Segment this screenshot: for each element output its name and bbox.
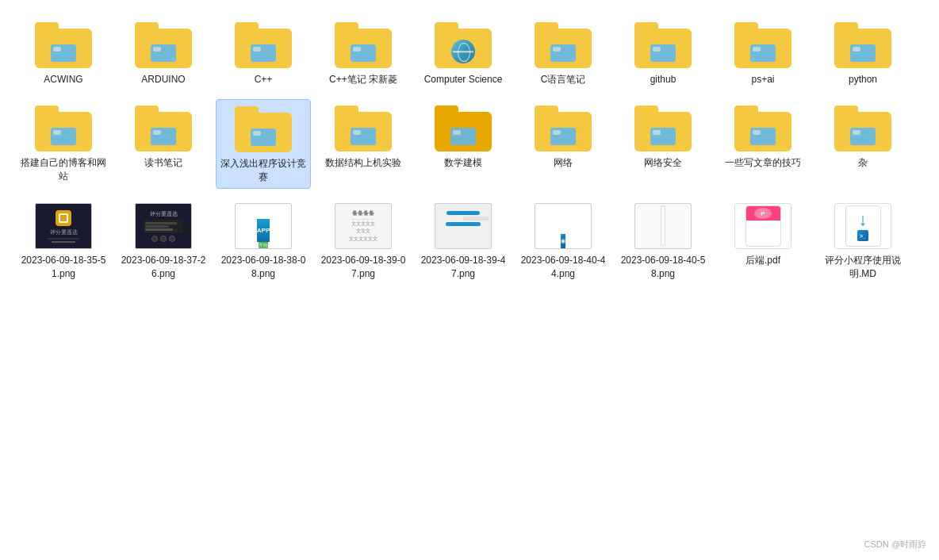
file-item-cpp[interactable]: C++ (216, 16, 311, 91)
file-icon-cpp (235, 22, 292, 68)
file-item-cpp-notes[interactable]: C++笔记 宋新菱 (316, 16, 411, 91)
file-label-ps-ai: ps+ai (751, 73, 774, 86)
file-label-img3: 2023-06-09-18-38-08.png (220, 254, 307, 281)
file-item-computer-science[interactable]: Computer Science (416, 16, 511, 91)
file-icon-computer-science (435, 22, 492, 68)
file-item-arduino[interactable]: ARDUINO (116, 16, 211, 91)
file-label-network-security: 网络安全 (644, 156, 682, 170)
file-item-acwing[interactable]: ACWING (16, 16, 111, 91)
file-label-arduino: ARDUINO (141, 73, 185, 86)
file-item-md1[interactable]: ↓ >_ 评分小程序使用说明.MD (815, 197, 910, 286)
file-icon-writing-skills (734, 105, 791, 152)
file-icon-network-security (634, 105, 692, 152)
file-item-c-notes[interactable]: C语言笔记 (515, 16, 611, 91)
file-icon-data-structure (335, 105, 392, 152)
file-grid: ACWING ARDUINO C++ C++笔记 宋新菱 Computer Sc… (16, 16, 923, 286)
file-item-math-model[interactable]: 数学建模 (416, 99, 511, 175)
file-label-acwing: ACWING (44, 73, 82, 86)
file-label-pdf1: 后端.pdf (745, 254, 780, 267)
file-icon-ps-ai (734, 22, 791, 68)
file-label-network: 网络 (554, 156, 573, 170)
file-item-img5[interactable]: 2023-06-09-18-39-47.png (416, 197, 511, 286)
file-label-programming-contest: 深入浅出程序设计竞赛 (220, 157, 307, 184)
file-item-read-notes[interactable]: 读书笔记 (116, 99, 211, 175)
file-icon-img6: ◉ (535, 203, 592, 249)
file-item-img6[interactable]: ◉ 2023-06-09-18-40-44.png (515, 197, 611, 286)
file-label-img4: 2023-06-09-18-39-07.png (320, 254, 407, 281)
file-icon-img7 (634, 203, 692, 249)
file-item-programming-contest[interactable]: 深入浅出程序设计竞赛 (216, 99, 311, 190)
file-item-blog[interactable]: 搭建自己的博客和网站 (16, 99, 111, 188)
file-icon-arduino (135, 22, 192, 68)
file-item-python[interactable]: python (815, 16, 910, 91)
file-icon-md1: ↓ >_ (834, 203, 891, 249)
file-icon-math-model (435, 105, 492, 152)
file-item-data-structure[interactable]: 数据结构上机实验 (316, 99, 411, 175)
file-label-read-notes: 读书笔记 (144, 156, 182, 170)
file-item-img4[interactable]: 备备备备 文文文文文 文文文 文文文文文文 2023-06-09-18-39-0… (316, 197, 411, 286)
file-item-img7[interactable]: 2023-06-09-18-40-58.png (615, 197, 711, 286)
file-icon-img4: 备备备备 文文文文文 文文文 文文文文文文 (335, 203, 392, 249)
file-label-md1: 评分小程序使用说明.MD (819, 254, 906, 281)
file-item-network-security[interactable]: 网络安全 (615, 99, 711, 175)
file-icon-python (834, 22, 891, 68)
file-label-computer-science: Computer Science (424, 73, 503, 86)
file-label-data-structure: 数据结构上机实验 (325, 156, 401, 170)
file-label-python: python (849, 73, 877, 86)
file-item-writing-skills[interactable]: 一些写文章的技巧 (715, 99, 811, 175)
file-item-misc[interactable]: 杂 (815, 99, 910, 175)
file-label-img6: 2023-06-09-18-40-44.png (519, 254, 607, 281)
file-item-img2[interactable]: 评分重遥选 2023-06-09-18-37-26.png (116, 197, 211, 286)
file-icon-pdf1: P (734, 203, 791, 249)
file-label-c-notes: C语言笔记 (541, 73, 586, 86)
file-icon-misc (834, 105, 891, 152)
file-label-misc: 杂 (858, 156, 868, 170)
file-item-ps-ai[interactable]: ps+ai (715, 16, 811, 91)
file-label-img1: 2023-06-09-18-35-51.png (20, 254, 107, 281)
file-icon-img2: 评分重遥选 (135, 203, 192, 249)
file-item-img1[interactable]: 评分重遥选 2023-06-09-18-35-51.png (16, 197, 111, 286)
file-icon-read-notes (135, 105, 192, 152)
file-icon-cpp-notes (335, 22, 392, 68)
file-item-pdf1[interactable]: P 后端.pdf (715, 197, 811, 272)
file-label-writing-skills: 一些写文章的技巧 (725, 156, 801, 170)
file-item-img3[interactable]: APP 开始 2023-06-09-18-38-08.png (216, 197, 311, 286)
file-icon-github (634, 22, 692, 68)
file-icon-img5 (435, 203, 492, 249)
file-label-github: github (650, 73, 676, 86)
file-icon-img3: APP 开始 (235, 203, 292, 249)
file-label-cpp: C++ (255, 73, 273, 86)
file-icon-acwing (35, 22, 92, 68)
file-icon-c-notes (535, 22, 592, 68)
file-item-network[interactable]: 网络 (515, 99, 611, 175)
file-label-img5: 2023-06-09-18-39-47.png (420, 254, 507, 281)
file-icon-blog (35, 105, 92, 152)
file-label-img2: 2023-06-09-18-37-26.png (120, 254, 207, 281)
file-label-img7: 2023-06-09-18-40-58.png (619, 254, 707, 281)
file-label-cpp-notes: C++笔记 宋新菱 (329, 73, 397, 86)
file-icon-programming-contest (235, 106, 292, 152)
file-icon-img1: 评分重遥选 (35, 203, 92, 249)
file-label-blog: 搭建自己的博客和网站 (20, 156, 107, 183)
file-label-math-model: 数学建模 (444, 156, 482, 170)
file-icon-network (535, 105, 592, 152)
file-item-github[interactable]: github (615, 16, 711, 91)
